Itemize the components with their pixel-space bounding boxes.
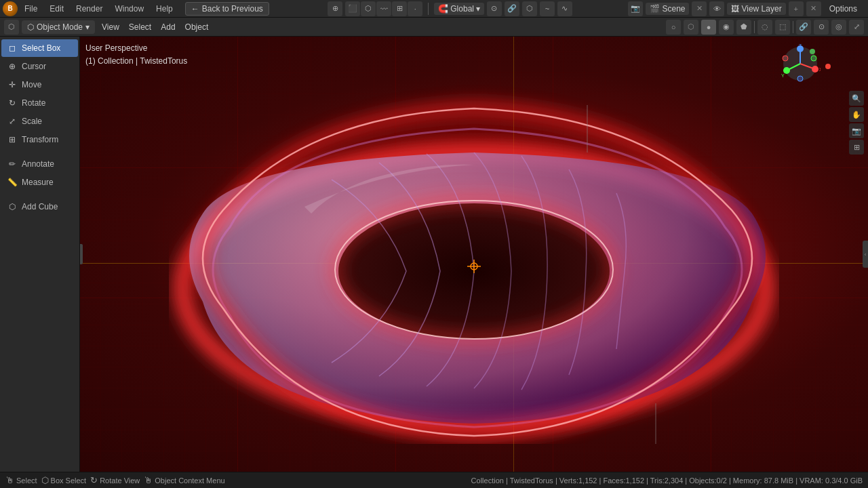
left-sidebar: ◻ Select Box ⊕ Cursor ✛ Move ↻ Rotate ⤢ … <box>0 37 80 472</box>
rotate-icon: ↻ <box>7 98 18 108</box>
second-bar-menu: View Select Add Object <box>98 21 212 33</box>
viewport-collection: (1) Collection | TwistedTorus <box>85 55 187 68</box>
box-select-label: Box Select <box>51 476 87 485</box>
menu-add[interactable]: Add <box>157 21 179 33</box>
viewport-shading-icon[interactable]: ○ <box>666 20 681 35</box>
snap-icon[interactable]: ⊕ <box>328 1 342 16</box>
tool-annotate[interactable]: ✏ Annotate <box>1 155 78 173</box>
camera-view-icon[interactable]: 📷 <box>849 123 864 138</box>
scene-close-icon[interactable]: ✕ <box>692 1 707 16</box>
back-label: Back to Previous <box>202 4 263 14</box>
status-right: Collection | TwistedTorus | Verts:1,152 … <box>471 476 863 485</box>
second-bar-right: ○ ⬡ ● ◉ ⬟ ◌ ⬚ 🔗 ⊙ ◎ ⤢ <box>666 20 864 35</box>
context-menu-label: Object Context Menu <box>155 476 224 485</box>
icon-lasso[interactable]: 〰 <box>376 1 391 16</box>
tool-rotate[interactable]: ↻ Rotate <box>1 94 78 112</box>
render-view-icon[interactable]: ⊞ <box>849 140 864 155</box>
camera-icon[interactable]: 📷 <box>628 1 643 16</box>
divider2 <box>754 21 755 33</box>
viewlayer-label: View Layer <box>741 4 781 14</box>
svg-text:X: X <box>819 67 821 72</box>
svg-text:Y: Y <box>781 73 785 78</box>
zoom-icon[interactable]: 🔍 <box>849 91 864 106</box>
icon-circle[interactable]: ⬡ <box>361 1 376 16</box>
axis-widget-container[interactable]: Z X Y <box>780 43 821 86</box>
menu-file[interactable]: File <box>19 3 43 15</box>
context-menu-icon: 🖱 <box>144 475 153 485</box>
menu-object[interactable]: Object <box>181 21 213 33</box>
left-handle[interactable] <box>80 244 83 264</box>
transform-orientation-icon[interactable]: ⤢ <box>849 20 864 35</box>
menu-help[interactable]: Help <box>151 3 178 15</box>
proportional-icon[interactable]: ⊙ <box>487 1 502 16</box>
viewport-perspective: User Perspective <box>85 42 187 55</box>
transform-icon[interactable]: ⬡ <box>522 1 537 16</box>
shading-render[interactable]: ⬟ <box>736 20 751 35</box>
icon-dot[interactable]: · <box>408 1 422 16</box>
top-bar: B File Edit Render Window Help ← Back to… <box>0 0 868 18</box>
pan-icon[interactable]: ✋ <box>849 107 864 122</box>
add-cube-label: Add Cube <box>22 202 58 211</box>
select-box-label: Select Box <box>22 43 60 53</box>
xray-icon[interactable]: ⬚ <box>775 20 790 35</box>
overlay-icon[interactable]: ◌ <box>757 20 772 35</box>
mode-icon: ⬡ <box>27 22 34 32</box>
menu-view[interactable]: View <box>98 21 123 33</box>
back-to-previous-button[interactable]: ← Back to Previous <box>185 2 269 16</box>
tool-transform[interactable]: ⊞ Transform <box>1 131 78 148</box>
curve-icon[interactable]: ~ <box>540 1 555 16</box>
divider3 <box>793 21 793 33</box>
icon-checker[interactable]: ⊞ <box>392 1 407 16</box>
menu-window[interactable]: Window <box>109 3 149 15</box>
blender-logo[interactable]: B <box>3 1 18 16</box>
viewlayer-icon: 🖼 <box>731 4 739 14</box>
annotate-icon: ✏ <box>7 159 18 169</box>
tool-scale[interactable]: ⤢ Scale <box>1 113 78 130</box>
move-icon: ✛ <box>7 79 18 90</box>
shading-wireframe[interactable]: ⬡ <box>684 20 698 35</box>
tool-move[interactable]: ✛ Move <box>1 76 78 94</box>
menu-edit[interactable]: Edit <box>44 3 69 15</box>
transform-pivot-icon[interactable]: ◎ <box>831 20 846 35</box>
chevron-down-icon: ▾ <box>476 4 480 14</box>
menu-render[interactable]: Render <box>71 3 108 15</box>
icon-box[interactable]: ⬛ <box>345 1 360 16</box>
snap-magnet-icon: 🧲 <box>438 4 448 14</box>
menu-select[interactable]: Select <box>125 21 155 33</box>
tool-cursor[interactable]: ⊕ Cursor <box>1 58 78 75</box>
proportional-icon2[interactable]: ⊙ <box>814 20 829 35</box>
viewport[interactable]: User Perspective (1) Collection | Twiste… <box>80 37 868 472</box>
viewport-info: User Perspective (1) Collection | Twiste… <box>85 42 187 68</box>
global-dropdown[interactable]: 🧲 Global ▾ <box>434 3 484 15</box>
snap-icon3[interactable]: 🔗 <box>796 20 811 35</box>
editor-type-icon[interactable]: ⬡ <box>4 20 19 35</box>
tool-add-cube[interactable]: ⬡ Add Cube <box>1 198 78 216</box>
tool-select-box[interactable]: ◻ Select Box <box>1 39 78 57</box>
n-panel-toggle[interactable]: ‹ <box>863 241 868 268</box>
object-mode-dropdown[interactable]: ⬡ Object Mode ▾ <box>22 20 95 34</box>
view-layer-selector[interactable]: 🖼 View Layer <box>727 3 785 15</box>
svg-point-13 <box>810 49 815 54</box>
shading-material[interactable]: ◉ <box>719 20 734 35</box>
view-icon[interactable]: 👁 <box>709 1 724 16</box>
viewlayer-add-icon[interactable]: + <box>789 1 804 16</box>
red-dot-axis <box>825 64 831 69</box>
status-box-select: ⬡ Box Select <box>41 475 87 485</box>
viewlayer-close-icon[interactable]: ✕ <box>806 1 821 16</box>
mode-chevron: ▾ <box>85 22 90 32</box>
options-label[interactable]: Options <box>824 3 863 15</box>
scale-icon: ⤢ <box>7 116 18 127</box>
main-area: ◻ Select Box ⊕ Cursor ✛ Move ↻ Rotate ⤢ … <box>0 37 868 472</box>
status-rotate-view: ↻ Rotate View <box>90 475 140 485</box>
shading-solid[interactable]: ● <box>701 20 716 35</box>
separator1 <box>1 149 78 155</box>
measure-label: Measure <box>22 178 54 187</box>
wave-icon[interactable]: ∿ <box>557 1 572 16</box>
select-box-icon: ◻ <box>7 43 18 54</box>
separator2 <box>1 192 78 197</box>
snap-icon2[interactable]: 🔗 <box>505 1 519 16</box>
scene-selector[interactable]: 🎬 Scene <box>646 3 689 15</box>
tool-measure[interactable]: 📏 Measure <box>1 174 78 191</box>
cursor-icon: ⊕ <box>7 61 18 72</box>
svg-point-10 <box>797 76 803 81</box>
